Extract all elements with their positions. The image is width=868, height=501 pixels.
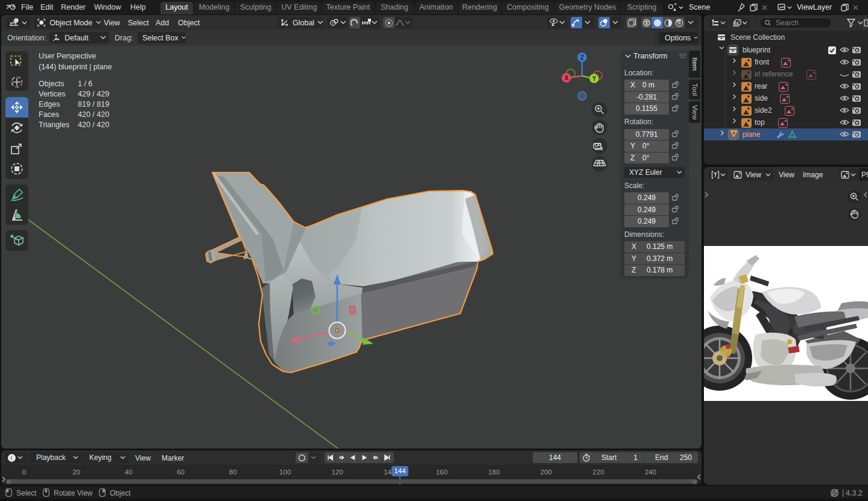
svg-text:Z: Z <box>580 54 584 61</box>
svg-text:X: X <box>565 75 569 81</box>
svg-text:Y: Y <box>592 75 597 82</box>
